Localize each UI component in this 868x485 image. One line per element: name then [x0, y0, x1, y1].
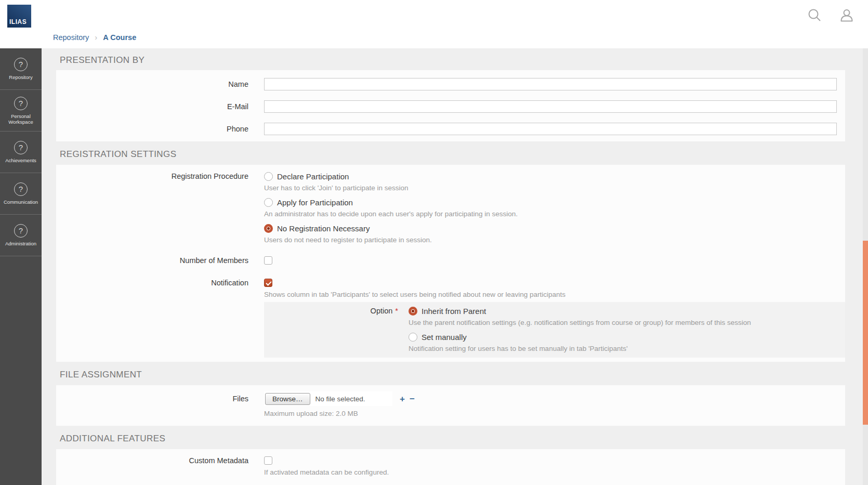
section-title-file-assignment: FILE ASSIGNMENT	[60, 369, 863, 381]
radio-option-label: Inherit from Parent	[422, 307, 486, 316]
registration-procedure-options: Declare Participation User has to click …	[264, 170, 518, 246]
option-no-registration-necessary: No Registration Necessary Users do not n…	[264, 222, 518, 246]
phone-label: Phone	[56, 123, 248, 135]
number-of-members-label: Number of Members	[56, 254, 248, 267]
option-inherit-from-parent: Inherit from Parent Use the parent notif…	[409, 305, 751, 329]
no-registration-necessary-radio[interactable]	[264, 224, 273, 233]
notification-option-subpanel: Option* Inherit from Parent Use the pare…	[264, 302, 845, 358]
logo-text: ILIAS	[9, 18, 27, 25]
custom-metadata-label: Custom Metadata	[56, 454, 248, 467]
breadcrumb-a-course[interactable]: A Course	[103, 33, 136, 42]
sidebar-item-personal-workspace[interactable]: Personal Workspace	[0, 90, 42, 132]
required-asterisk: *	[395, 307, 398, 315]
file-input[interactable]: Browse… No file selected.	[264, 391, 392, 406]
notification-option-options: Inherit from Parent Use the parent notif…	[409, 305, 751, 355]
ilias-logo[interactable]: ILIAS	[7, 5, 31, 28]
section-title-registration-settings: REGISTRATION SETTINGS	[60, 149, 863, 160]
option-declare-participation: Declare Participation User has to click …	[264, 170, 518, 194]
sidebar-item-label: Communication	[3, 199, 39, 205]
presentation-panel: Name E-Mail Phone	[56, 70, 845, 141]
radio-option-help: User has to click 'Join' to participate …	[264, 182, 518, 194]
phone-field[interactable]	[264, 123, 837, 135]
radio-option-help: Users do not need to register to partici…	[264, 234, 518, 246]
files-row: Files Browse… No file selected. + − Maxi…	[56, 391, 845, 420]
main-content: PRESENTATION BY Name E-Mail Phone REGIST…	[42, 48, 863, 485]
registration-procedure-row: Registration Procedure Declare Participa…	[56, 170, 845, 246]
notification-control: Shows column in tab 'Participants' to se…	[264, 277, 565, 300]
add-file-button[interactable]: +	[400, 395, 405, 403]
option-set-manually: Set manually Notification setting for us…	[409, 331, 751, 355]
section-title-additional-features: ADDITIONAL FEATURES	[60, 433, 863, 444]
radio-option-label: Set manually	[422, 333, 467, 342]
name-label: Name	[56, 78, 248, 90]
sidebar-item-label: Repository	[8, 74, 33, 80]
radio-option-label: No Registration Necessary	[277, 224, 370, 233]
sidebar-item-achievements[interactable]: Achievements	[0, 132, 42, 173]
scrollbar-track[interactable]	[863, 48, 868, 485]
help-circle-icon	[14, 224, 28, 238]
file-assignment-panel: Files Browse… No file selected. + − Maxi…	[56, 385, 845, 426]
top-bar: ILIAS Repository›A Course	[0, 0, 868, 48]
declare-participation-radio[interactable]	[264, 172, 273, 181]
files-label: Files	[56, 391, 248, 406]
help-circle-icon	[14, 97, 28, 110]
name-input[interactable]	[264, 78, 837, 90]
custom-metadata-checkbox[interactable]	[264, 456, 272, 465]
inherit-from-parent-radio[interactable]	[409, 307, 417, 316]
help-circle-icon	[14, 58, 28, 71]
remove-file-button[interactable]: −	[410, 395, 415, 403]
topbar-actions	[807, 8, 854, 25]
sidebar-item-administration[interactable]: Administration	[0, 215, 42, 256]
option-label: Option*	[264, 305, 398, 317]
notification-label: Notification	[56, 277, 248, 289]
search-icon[interactable]	[807, 8, 822, 25]
phone-row: Phone	[56, 117, 845, 140]
custom-metadata-row: Custom Metadata If activated metadata ca…	[56, 454, 845, 478]
section-title-presentation-by: PRESENTATION BY	[60, 55, 863, 66]
number-of-members-row: Number of Members	[56, 254, 845, 267]
registration-panel: Registration Procedure Declare Participa…	[56, 165, 845, 362]
radio-option-help: Use the parent notification settings (e.…	[409, 317, 751, 329]
radio-option-label: Apply for Participation	[277, 198, 353, 207]
file-status-text: No file selected.	[315, 395, 365, 403]
radio-option-help: An administrator has to decide upon each…	[264, 208, 518, 220]
custom-metadata-help: If activated metadata can be configured.	[264, 467, 389, 478]
sidebar-item-repository[interactable]: Repository	[0, 48, 42, 90]
set-manually-radio[interactable]	[409, 333, 417, 342]
sidebar-item-label: Personal Workspace	[0, 113, 42, 125]
sidebar: Repository Personal Workspace Achievemen…	[0, 48, 42, 485]
upload-size-help: Maximum upload size: 2.0 MB	[264, 408, 415, 420]
breadcrumb: Repository›A Course	[53, 33, 136, 42]
help-circle-icon	[14, 141, 28, 154]
sidebar-item-label: Administration	[4, 241, 37, 246]
registration-procedure-label: Registration Procedure	[56, 170, 248, 182]
additional-features-panel: Custom Metadata If activated metadata ca…	[56, 449, 845, 485]
email-label: E-Mail	[56, 100, 248, 113]
scrollbar-thumb[interactable]	[863, 241, 868, 425]
email-row: E-Mail	[56, 95, 845, 117]
name-row: Name	[56, 73, 845, 95]
notification-row: Notification Shows column in tab 'Partic…	[56, 277, 845, 300]
notification-help: Shows column in tab 'Participants' to se…	[264, 289, 565, 300]
breadcrumb-separator-icon: ›	[95, 33, 97, 42]
radio-option-label: Declare Participation	[277, 172, 349, 181]
option-apply-for-participation: Apply for Participation An administrator…	[264, 196, 518, 220]
breadcrumb-repository[interactable]: Repository	[53, 33, 89, 42]
custom-metadata-control: If activated metadata can be configured.	[264, 454, 389, 478]
user-icon[interactable]	[839, 8, 854, 25]
number-of-members-checkbox[interactable]	[264, 256, 272, 265]
radio-option-help: Notification setting for users has to be…	[409, 343, 751, 355]
email-field[interactable]	[264, 100, 837, 113]
browse-button[interactable]: Browse…	[265, 393, 310, 405]
help-circle-icon	[14, 182, 28, 196]
sidebar-item-label: Achievements	[4, 158, 37, 163]
sidebar-item-communication[interactable]: Communication	[0, 173, 42, 215]
notification-checkbox[interactable]	[264, 279, 272, 287]
apply-for-participation-radio[interactable]	[264, 198, 273, 207]
